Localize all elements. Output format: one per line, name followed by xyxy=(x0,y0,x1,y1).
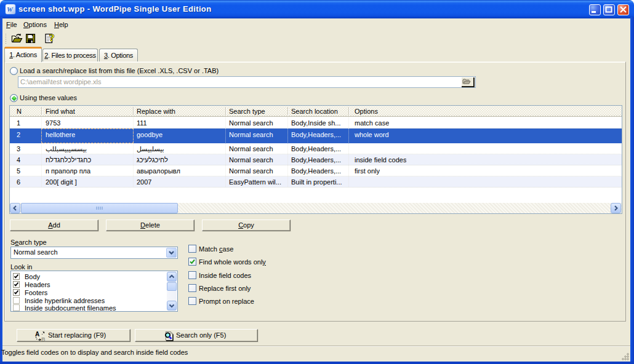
svg-text:A: A xyxy=(35,331,39,338)
svg-text:?: ? xyxy=(49,33,55,44)
svg-text:W: W xyxy=(7,6,14,13)
svg-text:B: B xyxy=(41,336,46,341)
